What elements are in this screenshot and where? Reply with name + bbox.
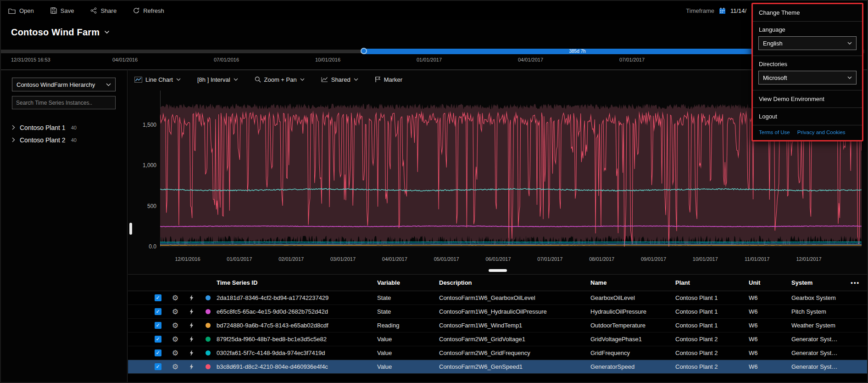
column-header-variable[interactable]: Variable — [377, 279, 439, 286]
row-events-lightning-icon[interactable] — [184, 350, 199, 356]
save-button[interactable]: Save — [50, 7, 74, 14]
share-button[interactable]: Share — [90, 7, 117, 14]
timeline-tick-label: 04/01/2016 — [112, 57, 138, 62]
row-settings-gear-icon[interactable]: ⚙ — [167, 307, 184, 316]
marker-button[interactable]: Marker — [375, 76, 402, 83]
row-checkbox[interactable]: ✓ — [155, 363, 161, 370]
cell-description: ContosoFarm2W6_GridFrequency — [439, 349, 590, 356]
table-row[interactable]: ✓⚙879f25da-f960-48b7-bed8-bc1e3d5c5e82Va… — [128, 332, 867, 346]
row-checkbox[interactable]: ✓ — [155, 294, 161, 301]
row-settings-gear-icon[interactable]: ⚙ — [167, 293, 184, 302]
interval-dropdown[interactable]: [8h ] Interval — [197, 76, 238, 83]
tree-item-contoso-plant-2[interactable]: Contoso Plant 240 — [12, 134, 127, 146]
language-chevron-down-icon — [847, 42, 852, 45]
cell-description: ContosoFarm2W6_GridVoltage1 — [439, 336, 590, 343]
timeline-tick-label: 10/01/2016 — [315, 57, 340, 62]
column-header-unit[interactable]: Unit — [749, 279, 791, 286]
menu-item-change-theme[interactable]: Change Theme — [753, 4, 862, 22]
chart-resize-handle[interactable] — [489, 269, 507, 272]
timeline-tick-label: 01/01/2017 — [417, 57, 442, 62]
table-row[interactable]: ✓⚙0302fa61-5f7c-4148-9dda-974ec3f7419dVa… — [128, 346, 867, 360]
title-chevron-down-icon[interactable] — [104, 30, 110, 34]
row-settings-gear-icon[interactable]: ⚙ — [167, 362, 184, 371]
cell-system: Generator System — [791, 363, 841, 370]
table-body: ✓⚙2da181d7-8346-4cf2-bd94-a17742237429St… — [128, 291, 867, 374]
x-axis-tick-label: 11/01/2017 — [745, 256, 769, 262]
refresh-button[interactable]: Refresh — [133, 7, 164, 14]
privacy-link[interactable]: Privacy and Cookies — [797, 130, 846, 135]
row-settings-gear-icon[interactable]: ⚙ — [167, 349, 184, 357]
row-events-lightning-icon[interactable] — [184, 309, 199, 315]
directories-select[interactable]: Microsoft — [758, 71, 857, 84]
timeframe-value[interactable]: 11/14/ — [730, 7, 750, 14]
tree-item-contoso-plant-1[interactable]: Contoso Plant 140 — [12, 121, 127, 134]
cell-plant: Contoso Plant 1 — [675, 322, 749, 329]
row-events-lightning-icon[interactable] — [184, 295, 199, 301]
hierarchy-select-value: Contoso WindFarm Hierarchy — [17, 81, 95, 88]
search-input[interactable] — [12, 96, 116, 109]
cell-time-series-id: b3c8d691-d8c2-4210-804e-d460936e4f4c — [217, 363, 377, 370]
cell-description: ContosoFarm1W6_WindTemp1 — [439, 322, 590, 329]
column-header-time-series-id[interactable]: Time Series ID — [217, 279, 377, 286]
cell-variable: State — [377, 294, 439, 301]
instance-tree: Contoso Plant 140Contoso Plant 240 — [12, 121, 127, 146]
column-header-plant[interactable]: Plant — [675, 279, 749, 286]
zoom-pan-dropdown[interactable]: Zoom + Pan — [255, 76, 305, 83]
cell-plant: Contoso Plant 2 — [675, 349, 749, 356]
table-row[interactable]: ✓⚙e65c8fc5-65ac-4e15-9d0d-2682b752d42dSt… — [128, 305, 867, 319]
timeline-left-handle[interactable] — [361, 48, 367, 54]
menu-item-view-demo[interactable]: View Demo Environment — [753, 90, 862, 108]
shared-dropdown[interactable]: Shared — [321, 76, 358, 83]
timeline-tick-label: 04/01/2017 — [518, 57, 543, 62]
y-axis-tick-label: 0.0 — [130, 243, 156, 250]
cell-description: ContosoFarm2W6_GenSpeed1 — [439, 363, 590, 370]
terms-link[interactable]: Terms of Use — [759, 130, 790, 135]
table-row[interactable]: ✓⚙2da181d7-8346-4cf2-bd94-a17742237429St… — [128, 291, 867, 305]
cell-unit: W6 — [749, 322, 791, 329]
cell-unit: W6 — [749, 336, 791, 343]
row-settings-gear-icon[interactable]: ⚙ — [167, 335, 184, 344]
cell-time-series-id: 2da181d7-8346-4cf2-bd94-a17742237429 — [217, 294, 377, 301]
column-header-name[interactable]: Name — [590, 279, 675, 286]
x-axis-tick-label: 02/01/2017 — [278, 256, 304, 262]
row-checkbox[interactable]: ✓ — [155, 336, 161, 343]
row-checkbox[interactable]: ✓ — [155, 349, 161, 356]
more-columns-icon[interactable]: ••• — [841, 279, 867, 286]
interval-label: [8h ] Interval — [197, 76, 230, 83]
calendar-icon[interactable] — [719, 7, 726, 14]
row-events-lightning-icon[interactable] — [184, 336, 199, 342]
y-axis-tick-label: 1,000 — [130, 162, 156, 169]
cell-description: ContosoFarm1W6_HydraulicOilPressure — [439, 308, 590, 315]
x-axis-tick-label: 06/01/2017 — [485, 256, 511, 262]
hierarchy-select[interactable]: Contoso WindFarm Hierarchy — [12, 78, 116, 91]
refresh-label: Refresh — [143, 7, 164, 14]
series-color-dot — [206, 364, 211, 369]
cell-system: Generator System — [791, 349, 841, 356]
column-header-description[interactable]: Description — [439, 279, 590, 286]
cell-variable: Value — [377, 349, 439, 356]
cell-name: GridVoltagePhase1 — [590, 336, 675, 343]
open-button[interactable]: Open — [8, 7, 34, 14]
menu-item-logout[interactable]: Logout — [753, 108, 862, 125]
row-checkbox[interactable]: ✓ — [155, 308, 161, 315]
zoom-pan-label: Zoom + Pan — [264, 76, 297, 83]
language-select[interactable]: English — [758, 36, 857, 50]
table-row[interactable]: ✓⚙b3c8d691-d8c2-4210-804e-d460936e4f4cVa… — [128, 360, 867, 374]
chart-vertical-scrollbar[interactable] — [129, 223, 132, 235]
row-events-lightning-icon[interactable] — [184, 322, 199, 328]
column-header-system[interactable]: System — [791, 279, 841, 286]
shared-axis-icon — [321, 77, 328, 82]
chart-type-label: Line Chart — [145, 76, 173, 83]
x-axis-tick-label: 08/01/2017 — [589, 256, 614, 262]
marker-label: Marker — [384, 76, 402, 83]
tree-item-label: Contoso Plant 1 — [20, 124, 66, 131]
cell-time-series-id: bd724880-9a6b-47c5-8143-e65ab02d8cdf — [217, 322, 377, 329]
table-row[interactable]: ✓⚙bd724880-9a6b-47c5-8143-e65ab02d8cdfRe… — [128, 319, 867, 332]
x-axis-tick-label: 07/01/2017 — [537, 256, 562, 262]
row-settings-gear-icon[interactable]: ⚙ — [167, 321, 184, 330]
line-chart-icon — [134, 77, 142, 83]
chart-type-dropdown[interactable]: Line Chart — [134, 76, 181, 83]
row-checkbox[interactable]: ✓ — [155, 322, 161, 329]
cell-name: GearboxOilLevel — [590, 294, 675, 301]
row-events-lightning-icon[interactable] — [184, 364, 199, 370]
